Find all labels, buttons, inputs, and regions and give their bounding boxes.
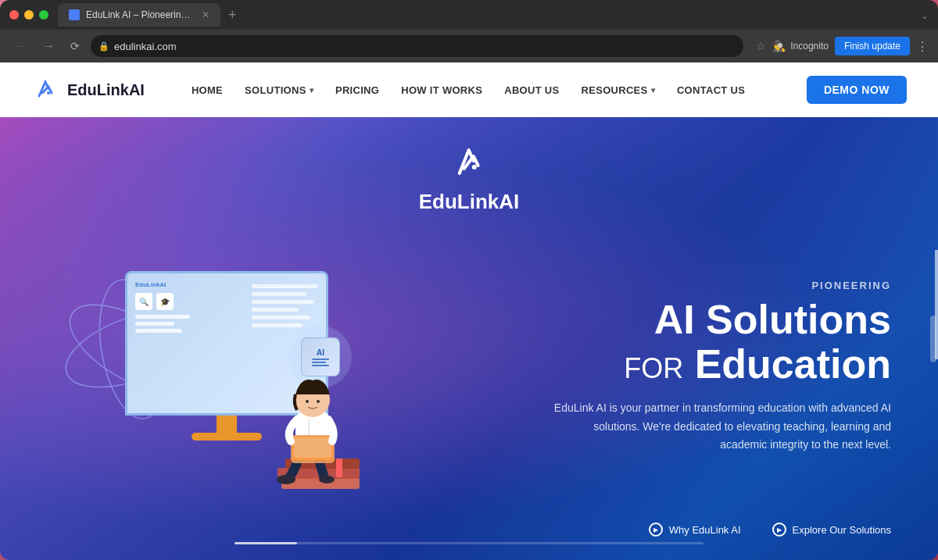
hero-illustration: EduLinkAI 🔍 🎓 [63, 240, 391, 537]
nav-solutions[interactable]: SOLUTIONS▾ [245, 84, 313, 96]
rline-6 [252, 323, 303, 327]
traffic-lights [9, 10, 48, 20]
window-controls-right: ⌄ [921, 8, 929, 22]
screen-line-2 [135, 322, 174, 326]
hero-headline-line2: Education [695, 341, 891, 386]
title-bar: EduLink AI – Pioneering AI So... ✕ + ⌄ [0, 0, 938, 30]
hero-headline: AI Solutions FOR Education [547, 297, 891, 386]
forward-button[interactable]: → [38, 36, 59, 56]
scrollbar[interactable] [930, 316, 936, 362]
nav-how-it-works[interactable]: HOW IT WORKS [401, 84, 482, 96]
logo-area: EduLinkAI [31, 76, 145, 104]
website-content: EduLinkAI HOME SOLUTIONS▾ PRICING HOW IT… [0, 62, 938, 560]
svg-point-18 [306, 400, 309, 403]
logo-icon [31, 76, 59, 104]
rline-1 [252, 284, 318, 288]
screen-line-1 [135, 315, 190, 319]
tab-title: EduLink AI – Pioneering AI So... [86, 9, 195, 20]
chevron-down-icon[interactable]: ⌄ [921, 10, 929, 21]
hero-progress-bar[interactable] [234, 542, 704, 544]
tab-close-icon[interactable]: ✕ [202, 9, 209, 20]
hero-text-area: PIONEERING AI Solutions FOR Education Ed… [547, 279, 891, 478]
logo-text: EduLinkAI [67, 81, 145, 99]
cta-explore-solutions[interactable]: ▶ Explore Our Solutions [772, 523, 891, 537]
svg-point-10 [277, 475, 295, 484]
svg-point-19 [317, 400, 320, 403]
hero-section: EduLinkAI EduLinkAI [0, 117, 938, 560]
hero-logo-icon [448, 141, 491, 184]
hero-headline-for: FOR [624, 351, 683, 383]
active-tab[interactable]: EduLink AI – Pioneering AI So... ✕ [58, 3, 220, 27]
rline-3 [252, 300, 314, 304]
bookmark-icon[interactable]: ☆ [756, 40, 766, 52]
incognito-indicator: 🕵 Incognito [772, 40, 829, 52]
cta-why-edulink[interactable]: ▶ Why EduLink AI [649, 523, 741, 537]
nav-pricing[interactable]: PRICING [335, 84, 379, 96]
cta-explore-text: Explore Our Solutions [793, 524, 891, 536]
hero-subtext: EduLink AI is your partner in transformi… [547, 398, 891, 454]
lock-icon: 🔒 [98, 41, 109, 52]
graduation-icon-box: 🎓 [156, 293, 174, 310]
address-bar[interactable]: 🔒 edulinkai.com [91, 35, 743, 57]
nav-contact-us[interactable]: CONTACT US [677, 84, 745, 96]
site-navbar: EduLinkAI HOME SOLUTIONS▾ PRICING HOW IT… [0, 62, 938, 117]
hero-center-logo: EduLinkAI [419, 141, 520, 214]
monitor-stand [217, 416, 237, 433]
more-options-icon[interactable]: ⋮ [916, 39, 929, 54]
tab-area: EduLink AI – Pioneering AI So... ✕ + [58, 3, 921, 27]
why-play-icon: ▶ [649, 523, 663, 537]
cta-why-text: Why EduLink AI [669, 524, 741, 536]
url-text: edulinkai.com [114, 41, 177, 52]
svg-point-0 [47, 91, 50, 95]
nav-links: HOME SOLUTIONS▾ PRICING HOW IT WORKS ABO… [192, 84, 807, 96]
tab-favicon-icon [69, 9, 80, 20]
finish-update-button[interactable]: Finish update [835, 37, 910, 55]
nav-resources[interactable]: RESOURCES▾ [582, 84, 655, 96]
hero-cta-buttons: ▶ Why EduLink AI ▶ Explore Our Solutions [649, 523, 891, 537]
hero-logo-text: EduLinkAI [419, 190, 520, 214]
screen-right-lines [252, 284, 318, 327]
hero-headline-line1: AI Solutions [654, 296, 891, 341]
solutions-dropdown-icon: ▾ [310, 86, 313, 95]
pioneering-label: PIONEERING [547, 279, 891, 291]
nav-home[interactable]: HOME [192, 84, 223, 96]
demo-now-button[interactable]: DEMO NOW [807, 76, 907, 104]
back-button[interactable]: ← [9, 36, 31, 56]
new-tab-button[interactable]: + [224, 7, 242, 23]
person-illustration-svg [258, 349, 383, 521]
svg-rect-16 [294, 437, 331, 458]
browser-window: EduLink AI – Pioneering AI So... ✕ + ⌄ ←… [0, 0, 938, 560]
rline-4 [252, 308, 299, 312]
nav-about-us[interactable]: ABOUT US [504, 84, 559, 96]
incognito-icon: 🕵 [772, 40, 786, 52]
svg-rect-9 [336, 458, 342, 477]
screen-line-3 [135, 329, 182, 333]
rline-2 [252, 292, 306, 296]
refresh-button[interactable]: ⟳ [66, 37, 84, 55]
incognito-label: Incognito [790, 41, 829, 52]
close-window-button[interactable] [9, 10, 19, 20]
minimize-window-button[interactable] [24, 10, 34, 20]
rline-5 [252, 316, 310, 319]
search-icon-box: 🔍 [135, 293, 152, 310]
svg-point-1 [472, 165, 477, 169]
browser-toolbar: ← → ⟳ 🔒 edulinkai.com ☆ 🕵 Incognito Fini… [0, 30, 938, 62]
hero-progress-fill [234, 542, 297, 544]
maximize-window-button[interactable] [39, 10, 48, 20]
monitor-base [192, 433, 262, 441]
svg-point-11 [319, 476, 335, 483]
explore-play-icon: ▶ [772, 523, 786, 537]
resources-dropdown-icon: ▾ [651, 86, 655, 95]
